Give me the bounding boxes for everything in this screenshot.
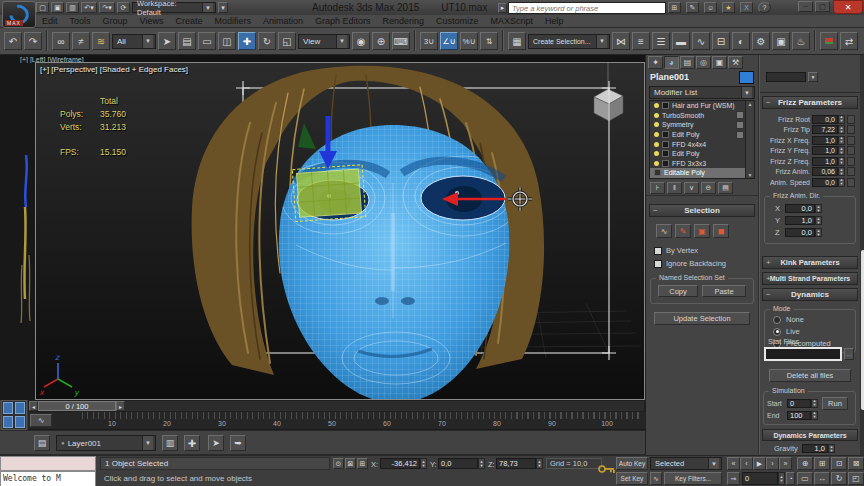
select-and-move-icon[interactable]: ✚ — [238, 32, 256, 50]
selection-region-icon[interactable]: ▭ — [198, 32, 216, 50]
show-end-result-icon[interactable]: ‖ — [667, 182, 682, 194]
z-coord-field[interactable]: 78,73 — [496, 458, 536, 469]
menu-group[interactable]: Group — [97, 16, 134, 26]
zoom-all-icon[interactable]: ⊞ — [814, 457, 830, 470]
modifier-toggle-icon[interactable] — [736, 121, 744, 129]
bind-to-spacewarp-icon[interactable]: ≋ — [92, 32, 110, 50]
menu-modifiers[interactable]: Modifiers — [208, 16, 257, 26]
percent-snap-icon[interactable]: %∪ — [460, 32, 478, 50]
frizz-x-freq-spinner[interactable]: ▲▼ — [838, 136, 845, 145]
dynamics-parameters-rollout-header[interactable]: Dynamics Parameters — [762, 429, 858, 441]
paste-button[interactable]: Paste — [702, 285, 746, 297]
stack-scrollbar[interactable]: ▲ ▼ — [745, 101, 754, 178]
ffd-selection-patch[interactable] — [292, 165, 365, 222]
by-vertex-checkbox[interactable] — [654, 247, 662, 255]
modifier-row[interactable]: Symmetry — [650, 120, 754, 130]
truncated-field[interactable] — [766, 72, 806, 82]
lightbulb-icon[interactable] — [654, 103, 659, 108]
select-by-name-icon[interactable]: ▤ — [178, 32, 196, 50]
hierarchy-tab-icon[interactable]: ▤ — [680, 56, 695, 69]
selection-set-dropdown[interactable]: Selected▼ — [650, 457, 722, 470]
z-coord-spinner[interactable]: ▲▼ — [536, 458, 543, 469]
time-configuration-icon[interactable]: ◔ — [786, 472, 795, 485]
frizz-anim-field[interactable]: 0,06 — [812, 167, 838, 176]
go-to-start-icon[interactable]: « — [727, 457, 740, 470]
material-editor-icon[interactable]: ◐ — [732, 32, 750, 50]
edit-named-selections-icon[interactable]: ▦ — [508, 32, 526, 50]
select-and-link-icon[interactable]: ∞ — [52, 32, 70, 50]
menu-help[interactable]: Help — [539, 16, 570, 26]
modifier-toggle-icon[interactable] — [736, 131, 744, 139]
frizz-z-freq-anim-key[interactable] — [847, 157, 855, 166]
modifier-toggle-icon[interactable] — [736, 111, 744, 119]
key-filters-button[interactable]: Key Filters... — [664, 472, 722, 485]
redo-icon[interactable]: ↷▾ — [99, 2, 115, 13]
curve-editor-icon[interactable]: ∿ — [692, 32, 710, 50]
display-tab-icon[interactable]: ▣ — [712, 56, 727, 69]
new-scene-icon[interactable]: ▢ — [36, 2, 49, 13]
dir-x-field[interactable]: 0,0 — [785, 204, 815, 213]
rendered-frame-icon[interactable]: ▣ — [772, 32, 790, 50]
anim-speed-anim-key[interactable] — [847, 178, 855, 187]
modifier-row[interactable]: FFD 3x3x3 — [650, 159, 754, 169]
scene-explorer-icon[interactable]: ▤ — [34, 435, 50, 451]
ignore-backfacing-checkbox[interactable] — [654, 260, 662, 268]
scroll-down-icon[interactable]: ▼ — [748, 172, 753, 178]
utilities-tab-icon[interactable]: ⚒ — [728, 56, 743, 69]
create-new-layer-icon[interactable]: ▥ — [162, 435, 178, 451]
stat-files-browse-icon[interactable]: … — [844, 348, 854, 360]
remove-modifier-icon[interactable]: ⊖ — [701, 182, 716, 194]
menu-animation[interactable]: Animation — [257, 16, 309, 26]
key-mode-toggle-icon[interactable]: ⇒ — [727, 472, 740, 485]
menu-rendering[interactable]: Rendering — [377, 16, 431, 26]
end-field[interactable]: 100 — [787, 411, 811, 420]
run-button[interactable]: Run — [822, 397, 848, 410]
time-slider-handle[interactable]: 0 / 100 — [38, 401, 116, 411]
zoom-extents-all-icon[interactable]: ⊠ — [848, 457, 864, 470]
track-bar-ruler[interactable]: ∿ 10 20 30 40 50 60 70 80 90 100 — [28, 412, 645, 430]
maximize-viewport-icon[interactable]: ◰ — [848, 472, 864, 485]
dynamics-rollout-header[interactable]: − Dynamics — [762, 288, 858, 301]
panel-scrollbar-thumb[interactable] — [861, 250, 864, 410]
auto-key-button[interactable]: Auto Key — [616, 457, 648, 470]
menu-create[interactable]: Create — [169, 16, 208, 26]
anim-speed-spinner[interactable]: ▲▼ — [838, 178, 845, 187]
project-folder-icon[interactable]: ⟳ — [117, 2, 130, 13]
create-tab-icon[interactable]: ✦ — [648, 56, 663, 69]
chevron-down-icon[interactable]: ▼ — [808, 72, 818, 82]
dir-x-spinner[interactable]: ▲▼ — [815, 204, 822, 213]
window-crossing-icon[interactable]: ◫ — [218, 32, 236, 50]
previous-frame-arrow-icon[interactable]: ◂ — [29, 401, 38, 411]
left-viewport[interactable] — [0, 55, 35, 400]
macro-recorder-pane[interactable] — [0, 456, 96, 471]
render-production-icon[interactable]: ♨ — [792, 32, 810, 50]
configure-modifier-sets-icon[interactable]: ▤ — [718, 182, 733, 194]
angle-snap-icon[interactable]: ∠∪ — [440, 32, 458, 50]
selection-lock-icon[interactable]: ⊠ — [345, 458, 356, 469]
dir-z-spinner[interactable]: ▲▼ — [815, 228, 822, 237]
undo-toolbar-icon[interactable]: ↶ — [4, 32, 22, 50]
workspace-extra-dropdown-icon[interactable]: ▾ — [218, 2, 228, 13]
select-and-rotate-icon[interactable]: ↻ — [258, 32, 276, 50]
frizz-y-freq-spinner[interactable]: ▲▼ — [838, 146, 845, 155]
scroll-up-icon[interactable]: ▲ — [746, 101, 754, 107]
gravity-spinner[interactable]: ▲▼ — [828, 444, 835, 453]
modifier-row[interactable]: TurboSmooth — [650, 111, 754, 121]
frizz-root-anim-key[interactable] — [847, 115, 855, 124]
lightbulb-icon[interactable] — [654, 151, 659, 156]
ribbon-toggle-icon[interactable]: ▬ — [672, 32, 690, 50]
orbit-icon[interactable]: ↻ — [831, 472, 847, 485]
transform-typein-mode-icon[interactable]: ⊞ — [357, 458, 368, 469]
select-object-icon[interactable]: ➤ — [158, 32, 176, 50]
workspace-dropdown[interactable]: Workspace: Default▼ — [132, 2, 216, 13]
menu-maxscript[interactable]: MAXScript — [485, 16, 540, 26]
undo-icon[interactable]: ↶▾ — [81, 2, 97, 13]
frizz-x-freq-field[interactable]: 1,0 — [812, 136, 838, 145]
dir-z-field[interactable]: 0,0 — [785, 228, 815, 237]
previous-frame-icon[interactable]: ‹ — [740, 457, 753, 470]
align-icon[interactable]: ≡ — [632, 32, 650, 50]
selection-filter-dropdown[interactable]: All▼ — [112, 34, 156, 49]
perspective-viewport-label[interactable]: [+] [Perspective] [Shaded + Edged Faces] — [40, 65, 188, 74]
frame-spinner[interactable]: ▲▼ — [778, 472, 785, 485]
panel-scrollbar[interactable] — [860, 55, 864, 455]
